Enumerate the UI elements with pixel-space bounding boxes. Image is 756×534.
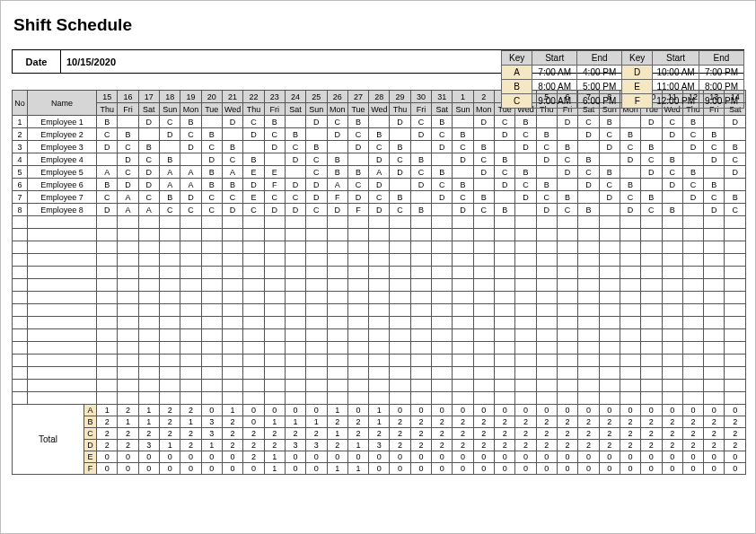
total-value: 0 [285, 451, 305, 463]
empty-cell [306, 392, 327, 405]
empty-cell [97, 267, 118, 279]
shift-cell: C [160, 116, 180, 128]
total-value: 0 [138, 463, 159, 475]
empty-cell [432, 279, 453, 292]
empty-cell [495, 279, 515, 292]
total-value: 2 [264, 440, 285, 451]
total-value: 0 [725, 405, 746, 416]
empty-cell [369, 355, 390, 367]
empty-cell [13, 355, 28, 367]
empty-cell [264, 241, 285, 254]
empty-cell [599, 329, 620, 342]
empty-cell [160, 292, 180, 304]
empty-cell [13, 317, 28, 329]
empty-cell [201, 216, 222, 229]
shift-cell [160, 141, 180, 153]
empty-cell [180, 229, 201, 241]
shift-cell: C [599, 128, 620, 141]
total-value: 2 [536, 416, 557, 428]
total-value: 3 [201, 416, 222, 428]
shift-cell: B [347, 116, 368, 128]
employee-name: Employee 4 [28, 153, 97, 166]
day-number-header: 24 [285, 91, 305, 103]
empty-cell [682, 254, 703, 267]
day-name-header: Tue [201, 103, 222, 116]
total-value: 2 [160, 416, 180, 428]
total-value: 0 [725, 463, 746, 475]
empty-cell [180, 241, 201, 254]
shift-cell: D [390, 116, 410, 128]
empty-cell [285, 317, 305, 329]
empty-cell [682, 367, 703, 380]
shift-cell: D [369, 153, 390, 166]
row-number: 5 [13, 166, 28, 179]
key-time: 7:00 PM [699, 66, 744, 80]
shift-cell [682, 204, 703, 216]
empty-cell [180, 342, 201, 355]
shift-cell: D [536, 153, 557, 166]
shift-cell [641, 128, 662, 141]
shift-cell: D [578, 128, 599, 141]
empty-cell [97, 292, 118, 304]
table-row: 6Employee 6BDDAABBDFDDACDDCBDCBDCBDCB [13, 179, 746, 191]
empty-cell [243, 292, 264, 304]
shift-cell: B [410, 153, 431, 166]
total-value: 0 [432, 463, 453, 475]
empty-cell [536, 216, 557, 229]
empty-cell [138, 329, 159, 342]
shift-cell [495, 191, 515, 204]
empty-cell [306, 355, 327, 367]
total-value: 0 [432, 405, 453, 416]
empty-cell [453, 380, 473, 392]
empty-cell [453, 229, 473, 241]
shift-cell: B [620, 128, 640, 141]
empty-cell [704, 304, 725, 317]
shift-cell [138, 128, 159, 141]
empty-cell [682, 380, 703, 392]
empty-cell [347, 304, 368, 317]
total-value: 2 [453, 440, 473, 451]
empty-cell [515, 329, 536, 342]
empty-cell [432, 367, 453, 380]
empty-cell [662, 355, 682, 367]
empty-cell [285, 304, 305, 317]
empty-cell [473, 304, 494, 317]
empty-cell [222, 254, 242, 267]
shift-cell [536, 116, 557, 128]
empty-cell [515, 355, 536, 367]
empty-cell [97, 317, 118, 329]
empty-cell [704, 317, 725, 329]
empty-cell [620, 292, 640, 304]
total-value: 2 [243, 440, 264, 451]
empty-cell [473, 380, 494, 392]
empty-cell [390, 216, 410, 229]
empty-cell [180, 329, 201, 342]
empty-cell [495, 216, 515, 229]
empty-cell [578, 392, 599, 405]
empty-cell [118, 355, 138, 367]
empty-cell [264, 342, 285, 355]
employee-name: Employee 1 [28, 116, 97, 128]
shift-cell: D [473, 116, 494, 128]
shift-cell: C [641, 153, 662, 166]
shift-cell: B [347, 166, 368, 179]
shift-cell: D [599, 191, 620, 204]
empty-cell [138, 241, 159, 254]
shift-cell: D [180, 191, 201, 204]
empty-cell [410, 279, 431, 292]
employee-name: Employee 6 [28, 179, 97, 191]
table-row [13, 329, 746, 342]
shift-cell: D [662, 128, 682, 141]
empty-cell [118, 292, 138, 304]
table-row [13, 392, 746, 405]
empty-cell [599, 380, 620, 392]
empty-cell [243, 241, 264, 254]
total-value: 0 [515, 405, 536, 416]
empty-cell [347, 216, 368, 229]
empty-cell [138, 267, 159, 279]
empty-cell [138, 317, 159, 329]
shift-cell: C [495, 116, 515, 128]
total-value: 0 [599, 405, 620, 416]
empty-cell [160, 380, 180, 392]
total-value: 2 [641, 416, 662, 428]
